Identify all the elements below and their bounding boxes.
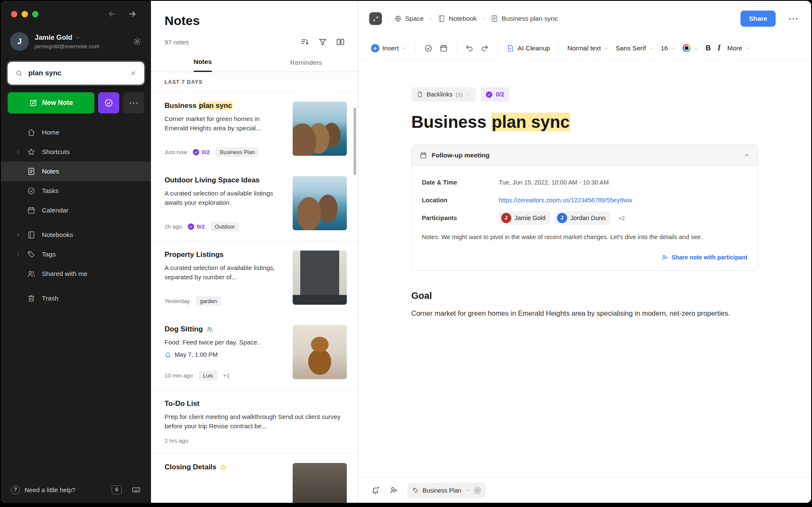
search-input[interactable] bbox=[28, 69, 124, 77]
more-formatting-dropdown[interactable]: More bbox=[727, 44, 750, 52]
note-tag-chip[interactable]: Luis bbox=[199, 371, 217, 380]
sidebar-nav: Home Shortcuts Notes Tasks Calendar bbox=[1, 121, 151, 503]
redo-icon[interactable] bbox=[480, 44, 489, 52]
person-add-icon bbox=[661, 254, 668, 261]
tab-notes[interactable]: Notes bbox=[151, 52, 255, 72]
note-card-dog-sitting[interactable]: Dog Sitting Food: Feed twice per day. Sp… bbox=[151, 316, 358, 390]
remove-tag-icon[interactable] bbox=[474, 487, 481, 494]
font-family-dropdown[interactable]: Sans Serif bbox=[616, 44, 654, 52]
layout-view-icon[interactable] bbox=[336, 37, 345, 47]
sidebar-item-tags[interactable]: Tags bbox=[1, 245, 151, 264]
notebook-tag-chip[interactable]: Business Plan bbox=[407, 483, 486, 498]
help-label[interactable]: Need a little help? bbox=[25, 486, 75, 493]
task-progress-chip[interactable]: 0/2 bbox=[481, 87, 509, 102]
filter-icon[interactable] bbox=[318, 37, 327, 47]
sidebar-item-label: Shortcuts bbox=[42, 148, 69, 156]
note-card-property-listings[interactable]: Property Listings A curated selection of… bbox=[151, 241, 358, 316]
chevron-up-icon[interactable] bbox=[743, 152, 750, 159]
participant-chip[interactable]: J Jamie Gold bbox=[499, 211, 551, 225]
sidebar-item-shortcuts[interactable]: Shortcuts bbox=[1, 142, 151, 162]
goal-paragraph[interactable]: Corner market for green homes in Emerald… bbox=[411, 308, 758, 319]
sidebar-item-shared-with-me[interactable]: Shared with me bbox=[1, 264, 151, 284]
breadcrumb: Space Notebook Business plan sync bbox=[394, 15, 558, 22]
scrollbar[interactable] bbox=[354, 107, 356, 175]
undo-icon[interactable] bbox=[465, 44, 474, 52]
new-note-label: New Note bbox=[42, 99, 73, 107]
share-button[interactable]: Share bbox=[741, 11, 776, 27]
tab-reminders[interactable]: Reminders bbox=[255, 52, 358, 72]
participant-chip[interactable]: J Jordan Dunn bbox=[555, 211, 611, 225]
sidebar-item-notes[interactable]: Notes bbox=[1, 162, 151, 181]
tag-icon bbox=[27, 250, 36, 259]
note-card-time: 2h ago bbox=[165, 223, 182, 230]
note-card-closing-details[interactable]: Closing Details bbox=[151, 454, 358, 503]
sidebar-item-notebooks[interactable]: Notebooks bbox=[1, 225, 151, 245]
sidebar-item-tasks[interactable]: Tasks bbox=[1, 181, 151, 201]
new-note-button[interactable]: New Note bbox=[8, 92, 94, 113]
account-switcher[interactable]: J Jamie Gold jamiegold@evernote.com bbox=[1, 27, 151, 51]
backlinks-chip[interactable]: Backlinks (1) bbox=[411, 87, 476, 102]
italic-button[interactable]: I bbox=[718, 44, 721, 52]
note-tag-chip[interactable]: garden bbox=[196, 296, 221, 306]
chevron-right-icon[interactable] bbox=[15, 251, 21, 257]
clear-search-icon[interactable] bbox=[130, 69, 137, 77]
task-check-icon bbox=[486, 91, 492, 98]
note-card-title: To-Do List bbox=[165, 400, 347, 408]
ai-cleanup-button[interactable]: AI Cleanup bbox=[506, 44, 550, 52]
sidebar-item-label: Notes bbox=[42, 168, 59, 175]
note-title[interactable]: Business plan sync bbox=[411, 113, 758, 132]
add-participant-icon[interactable] bbox=[389, 486, 398, 495]
star-icon bbox=[27, 148, 36, 156]
note-more-options-button[interactable]: ⋯ bbox=[788, 14, 798, 24]
note-card-to-do-list[interactable]: To-Do List Prep for client meeting and w… bbox=[151, 390, 358, 454]
more-actions-button[interactable]: ⋯ bbox=[123, 92, 144, 113]
note-card-outdoor-living[interactable]: Outdoor Living Space Ideas A curated sel… bbox=[151, 167, 358, 241]
expand-note-button[interactable] bbox=[369, 12, 382, 25]
goal-heading[interactable]: Goal bbox=[411, 290, 758, 301]
new-task-button[interactable] bbox=[98, 92, 119, 113]
sidebar-item-home[interactable]: Home bbox=[1, 123, 151, 142]
text-style-dropdown[interactable]: Normal text bbox=[567, 44, 609, 52]
bold-button[interactable]: B bbox=[705, 44, 710, 52]
notebook-icon bbox=[438, 15, 445, 22]
keyboard-shortcuts-icon[interactable] bbox=[132, 485, 141, 494]
chevron-right-icon[interactable] bbox=[15, 149, 21, 155]
note-tag-chip[interactable]: Outdoor bbox=[211, 222, 239, 231]
note-card-time: Yesterday bbox=[165, 298, 190, 304]
breadcrumb-space[interactable]: Space bbox=[394, 15, 424, 22]
meeting-notes: Notes: We might want to pivot in the wak… bbox=[422, 233, 748, 242]
chevron-right-icon bbox=[428, 16, 433, 22]
search-highlight: plan sync bbox=[198, 102, 232, 110]
insert-button[interactable]: + Insert bbox=[371, 44, 407, 52]
sort-icon[interactable] bbox=[300, 37, 310, 47]
task-progress: 0/2 bbox=[197, 223, 205, 230]
minimize-window-button[interactable] bbox=[22, 11, 28, 17]
navigate-forward-icon[interactable] bbox=[128, 10, 137, 18]
share-note-with-participant-link[interactable]: Share note with participant bbox=[661, 254, 748, 261]
task-check-icon bbox=[188, 223, 194, 230]
chevron-right-icon[interactable] bbox=[15, 232, 21, 238]
text-color-dropdown[interactable] bbox=[683, 44, 699, 52]
sidebar-item-trash[interactable]: Trash bbox=[1, 289, 151, 308]
compose-icon bbox=[29, 99, 38, 107]
zoom-window-button[interactable] bbox=[32, 11, 38, 17]
insert-task-icon[interactable] bbox=[424, 44, 433, 52]
note-card-business-plan-sync[interactable]: Business plan sync Corner market for gre… bbox=[151, 92, 358, 167]
space-icon bbox=[394, 15, 402, 22]
search-input-container[interactable] bbox=[8, 62, 144, 85]
sidebar-item-calendar[interactable]: Calendar bbox=[1, 201, 151, 220]
gear-icon[interactable] bbox=[133, 37, 142, 46]
navigate-back-icon[interactable] bbox=[108, 10, 116, 18]
insert-calendar-icon[interactable] bbox=[439, 44, 448, 52]
breadcrumb-notebook[interactable]: Notebook bbox=[438, 15, 477, 22]
note-card-snippet: A curated selection of available listing… bbox=[165, 189, 285, 207]
font-size-dropdown[interactable]: 16 bbox=[661, 44, 676, 52]
add-reminder-icon[interactable] bbox=[371, 486, 380, 495]
note-tag-chip[interactable]: Business Plan bbox=[216, 147, 259, 157]
breadcrumb-note[interactable]: Business plan sync bbox=[491, 15, 558, 22]
meeting-location-link[interactable]: https://zereatlors.zoom.us/1223456789/55… bbox=[499, 197, 632, 204]
meeting-card-header[interactable]: Follow-up meeting bbox=[412, 145, 758, 166]
help-icon[interactable]: ? bbox=[11, 485, 20, 494]
chevron-down-icon bbox=[402, 46, 407, 51]
close-window-button[interactable] bbox=[11, 11, 17, 17]
